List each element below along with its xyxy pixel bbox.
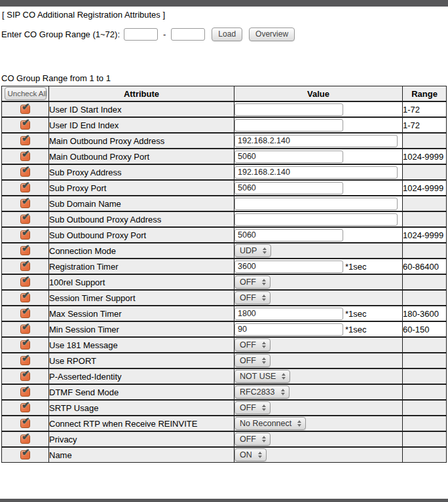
table-row: ✔P-Asserted-IdentityNOT USE: [1, 368, 447, 384]
attributes-table: Uncheck All Attribute Value Range ✔User …: [1, 86, 447, 463]
range-label: 1024-9999: [402, 227, 447, 243]
range-label: [402, 447, 447, 463]
value-select[interactable]: RFC2833: [234, 385, 289, 399]
up-down-stepper-icon: [262, 342, 266, 348]
range-to-input[interactable]: [171, 28, 205, 41]
checkbox-cell: ✔: [1, 243, 48, 259]
check-icon: ✔: [22, 101, 30, 113]
row-checkbox[interactable]: ✔: [20, 403, 30, 412]
value-select[interactable]: No Reconnect: [234, 417, 306, 430]
check-icon: ✔: [22, 306, 30, 317]
table-row: ✔User ID End Index1-72: [1, 117, 447, 133]
table-row: ✔PrivacyOFF: [1, 431, 447, 447]
row-checkbox[interactable]: ✔: [20, 278, 30, 287]
value-input[interactable]: [234, 135, 398, 147]
page-content: [ SIP CO Additional Registration Attribu…: [0, 7, 448, 499]
value-input[interactable]: [234, 213, 398, 226]
value-select[interactable]: OFF: [234, 401, 271, 414]
range-label: [402, 274, 447, 290]
checkbox-cell: ✔: [1, 368, 48, 384]
attribute-label: Sub Domain Name: [48, 196, 234, 211]
range-label: [402, 400, 447, 416]
value-input[interactable]: [234, 229, 343, 242]
checkbox-cell: ✔: [1, 384, 48, 400]
attribute-label: Main Outbound Proxy Port: [48, 149, 234, 164]
row-checkbox[interactable]: ✔: [20, 246, 30, 255]
row-checkbox[interactable]: ✔: [20, 293, 30, 302]
attribute-label: P-Asserted-Identity: [48, 368, 234, 384]
attribute-label: Sub Proxy Address: [48, 164, 234, 180]
row-checkbox[interactable]: ✔: [20, 183, 30, 192]
value-select[interactable]: OFF: [234, 276, 271, 289]
value-input[interactable]: [234, 260, 343, 273]
checkbox-cell: ✔: [1, 290, 48, 306]
row-checkbox[interactable]: ✔: [20, 136, 30, 145]
range-from-input[interactable]: [124, 28, 158, 41]
value-input[interactable]: [234, 323, 343, 336]
value-input[interactable]: [234, 119, 343, 132]
row-checkbox[interactable]: ✔: [20, 309, 30, 318]
load-button[interactable]: Load: [212, 27, 242, 41]
check-icon: ✔: [22, 274, 30, 285]
row-checkbox[interactable]: ✔: [20, 152, 30, 161]
check-icon: ✔: [22, 196, 30, 207]
checkbox-cell: ✔: [1, 416, 48, 431]
up-down-stepper-icon: [258, 452, 262, 458]
value-select[interactable]: OFF: [234, 338, 271, 351]
row-checkbox[interactable]: ✔: [20, 215, 30, 224]
group-range-status: CO Group Range from 1 to 1: [1, 73, 448, 84]
table-row: ✔Sub Domain Name: [1, 196, 447, 211]
value-column-header: Value: [234, 86, 402, 101]
row-checkbox[interactable]: ✔: [20, 199, 30, 208]
attribute-label: 100rel Support: [48, 274, 234, 290]
value-select[interactable]: OFF: [234, 291, 271, 304]
table-header-row: Uncheck All Attribute Value Range: [1, 86, 447, 101]
select-selected-option: No Reconnect: [240, 419, 291, 428]
value-cell: [234, 164, 402, 180]
value-select[interactable]: UDP: [234, 244, 271, 257]
row-checkbox[interactable]: ✔: [20, 387, 30, 397]
uncheck-all-button[interactable]: Uncheck All: [5, 87, 47, 100]
row-checkbox[interactable]: ✔: [20, 262, 30, 271]
value-select[interactable]: ON: [234, 448, 267, 461]
row-checkbox[interactable]: ✔: [20, 419, 30, 428]
range-label: [402, 368, 447, 384]
table-row: ✔DTMF Send ModeRFC2833: [1, 384, 447, 400]
row-checkbox[interactable]: ✔: [20, 168, 30, 177]
overview-button[interactable]: Overview: [249, 27, 295, 41]
row-checkbox[interactable]: ✔: [20, 450, 30, 459]
value-cell: *1sec: [234, 321, 402, 337]
checkbox-cell: ✔: [1, 117, 48, 133]
value-input[interactable]: [234, 182, 343, 194]
value-input[interactable]: [234, 151, 343, 163]
row-checkbox[interactable]: ✔: [20, 372, 30, 381]
attribute-label: Use RPORT: [48, 353, 234, 368]
value-input[interactable]: [234, 166, 398, 179]
row-checkbox[interactable]: ✔: [20, 356, 30, 365]
table-row: ✔Sub Proxy Address: [1, 164, 447, 180]
table-row: ✔Connect RTP when Receive REINVITENo Rec…: [1, 416, 447, 431]
select-selected-option: OFF: [240, 356, 256, 365]
row-checkbox[interactable]: ✔: [20, 230, 30, 240]
check-icon: ✔: [22, 149, 30, 160]
row-checkbox[interactable]: ✔: [20, 435, 30, 444]
value-input[interactable]: [234, 198, 398, 210]
value-cell: [234, 149, 402, 164]
check-icon: ✔: [22, 211, 30, 223]
value-select[interactable]: OFF: [234, 354, 271, 367]
value-select[interactable]: OFF: [234, 433, 271, 446]
value-cell: [234, 133, 402, 149]
row-checkbox[interactable]: ✔: [20, 120, 30, 130]
value-select[interactable]: NOT USE: [234, 370, 290, 383]
value-cell: *1sec: [234, 259, 402, 274]
check-icon: ✔: [22, 431, 30, 442]
table-row: ✔Use RPORTOFF: [1, 353, 447, 368]
row-checkbox[interactable]: ✔: [20, 340, 30, 350]
row-checkbox[interactable]: ✔: [20, 325, 30, 334]
table-row: ✔Connection ModeUDP: [1, 243, 447, 259]
value-input[interactable]: [234, 308, 343, 320]
row-checkbox[interactable]: ✔: [20, 105, 30, 114]
value-input[interactable]: [234, 103, 343, 116]
attribute-label: Max Session Timer: [48, 306, 234, 321]
checkbox-cell: ✔: [1, 164, 48, 180]
